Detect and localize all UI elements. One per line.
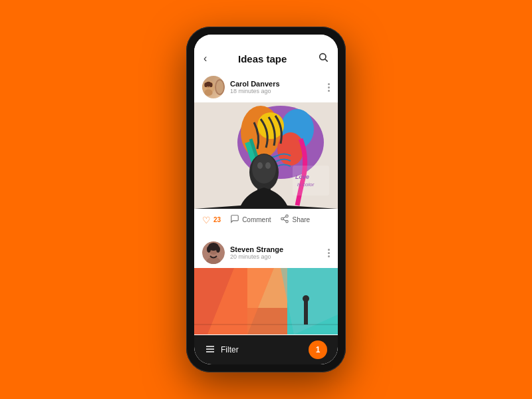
post-image-2	[194, 268, 338, 335]
like-count-1: 23	[213, 216, 221, 223]
svg-point-16	[257, 162, 263, 169]
svg-text:is color: is color	[297, 182, 315, 188]
page-title: Ideas tape	[238, 53, 287, 65]
svg-line-26	[283, 217, 286, 218]
svg-rect-18	[293, 166, 329, 196]
post-time-1: 18 minutes ago	[230, 88, 280, 94]
post-actions-1: ♡ 23 Comment	[194, 209, 338, 231]
post-header-2: Steven Strange 20 minutes ago	[194, 236, 338, 268]
comment-icon	[230, 214, 239, 225]
post-user-info-1: Carol Danvers 18 minutes ago	[202, 76, 280, 98]
filter-icon	[205, 344, 215, 356]
user-name-1: Carol Danvers	[230, 80, 280, 88]
svg-point-31	[207, 246, 211, 253]
svg-point-23	[281, 217, 284, 220]
filter-label: Filter	[221, 345, 239, 354]
status-bar	[194, 35, 338, 48]
post-card-1: Carol Danvers 18 minutes ago	[194, 70, 338, 231]
svg-rect-40	[304, 301, 308, 325]
svg-line-1	[325, 59, 328, 62]
avatar-steven	[202, 241, 225, 264]
svg-point-4	[204, 89, 212, 96]
svg-text:Love: Love	[295, 174, 309, 180]
share-button-1[interactable]: Share	[280, 214, 310, 225]
phone-frame: ‹ Ideas tape	[186, 27, 346, 372]
svg-point-0	[320, 54, 326, 60]
post-time-2: 20 minutes ago	[230, 253, 283, 260]
svg-point-7	[209, 82, 212, 87]
bottom-bar: Filter 1	[194, 335, 338, 364]
post-image-1: Love is color	[194, 102, 338, 209]
svg-point-6	[204, 82, 207, 87]
heart-icon: ♡	[202, 215, 211, 225]
search-button[interactable]	[318, 52, 329, 65]
post-menu-2[interactable]	[328, 249, 330, 257]
svg-point-32	[216, 246, 220, 253]
post-card-2: Steven Strange 20 minutes ago	[194, 236, 338, 335]
user-text-block-1: Carol Danvers 18 minutes ago	[230, 80, 280, 94]
share-label-1: Share	[292, 216, 310, 223]
like-button-1[interactable]: ♡ 23	[202, 215, 221, 225]
back-button[interactable]: ‹	[203, 53, 207, 65]
comment-label-1: Comment	[242, 216, 271, 223]
post-user-info-2: Steven Strange 20 minutes ago	[202, 241, 283, 264]
svg-point-17	[265, 162, 271, 169]
svg-line-25	[283, 219, 286, 221]
feed: Carol Danvers 18 minutes ago	[194, 70, 338, 335]
svg-point-24	[286, 220, 289, 223]
svg-point-22	[286, 215, 289, 217]
avatar-carol	[202, 76, 225, 98]
comment-button-1[interactable]: Comment	[230, 214, 271, 225]
top-nav: ‹ Ideas tape	[194, 48, 338, 70]
post-menu-1[interactable]	[328, 83, 330, 92]
share-icon	[280, 214, 289, 225]
phone-screen: ‹ Ideas tape	[194, 35, 338, 364]
user-name-2: Steven Strange	[230, 245, 283, 253]
user-text-block-2: Steven Strange 20 minutes ago	[230, 245, 283, 260]
notification-badge[interactable]: 1	[309, 340, 327, 359]
filter-area[interactable]: Filter	[205, 344, 239, 356]
post-header-1: Carol Danvers 18 minutes ago	[194, 70, 338, 102]
svg-point-15	[252, 154, 276, 184]
svg-point-41	[303, 295, 309, 302]
